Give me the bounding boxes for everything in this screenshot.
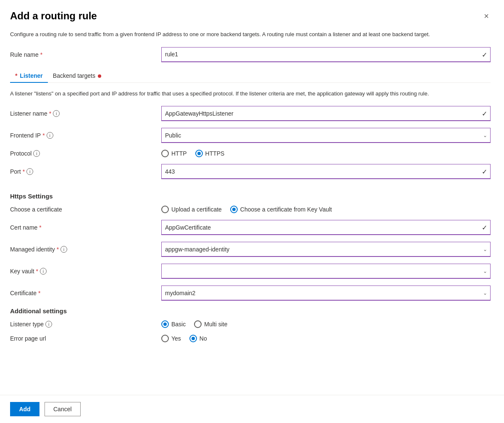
listener-type-label: Listener type i: [10, 321, 161, 328]
error-page-radio-group: Yes No: [161, 335, 491, 342]
listener-name-input-col: ✓: [161, 106, 491, 121]
frontend-ip-wrapper: Public Private ⌄: [161, 128, 491, 143]
cert-name-label: Cert name *: [10, 224, 161, 231]
managed-identity-info-icon[interactable]: i: [60, 246, 67, 253]
cert-keyvault-radio[interactable]: [230, 206, 238, 213]
rule-name-required: *: [40, 51, 42, 58]
tabs-row: * Listener Backend targets: [10, 69, 491, 83]
listener-description: A listener "listens" on a specified port…: [10, 90, 472, 98]
backend-tab-dot: [98, 74, 101, 78]
rule-name-check-icon: ✓: [482, 50, 487, 58]
additional-settings-heading: Additional settings: [10, 307, 491, 315]
certificate-label: Certificate *: [10, 290, 161, 296]
listener-type-basic-option[interactable]: Basic: [161, 320, 186, 328]
frontend-ip-select[interactable]: Public Private: [161, 128, 491, 143]
listener-type-multisite-option[interactable]: Multi site: [194, 320, 227, 328]
listener-type-basic-radio[interactable]: [161, 320, 169, 328]
port-check-icon: ✓: [482, 168, 487, 176]
rule-name-input-col: ✓: [161, 47, 491, 62]
cert-name-required: *: [39, 224, 41, 231]
tab-listener[interactable]: * Listener: [10, 69, 48, 82]
choose-cert-label: Choose a certificate: [10, 206, 161, 213]
error-page-url-row: Error page url Yes No: [10, 335, 491, 342]
frontend-ip-required: *: [42, 132, 45, 139]
managed-identity-select[interactable]: appgw-managed-identity: [161, 242, 491, 257]
rule-name-label: Rule name *: [10, 51, 161, 58]
cert-name-input-col: ✓: [161, 220, 491, 235]
key-vault-label: Key vault * i: [10, 268, 161, 275]
cert-name-check-icon: ✓: [482, 224, 487, 232]
certificate-select[interactable]: mydomain2: [161, 286, 491, 301]
close-button[interactable]: ×: [482, 10, 491, 22]
footer-spacer: [10, 349, 491, 383]
protocol-row: Protocol i HTTP HTTPS: [10, 150, 491, 157]
frontend-ip-info-icon[interactable]: i: [47, 132, 53, 139]
protocol-http-option[interactable]: HTTP: [161, 150, 187, 157]
protocol-label: Protocol i: [10, 150, 161, 157]
add-routing-rule-dialog: Add a routing rule × Configure a routing…: [0, 0, 504, 423]
listener-type-radio-group: Basic Multi site: [161, 320, 491, 328]
protocol-https-option[interactable]: HTTPS: [195, 150, 225, 157]
port-input[interactable]: [161, 164, 491, 179]
frontend-ip-input-col: Public Private ⌄: [161, 128, 491, 143]
rule-name-input[interactable]: [161, 47, 491, 62]
protocol-radio-group: HTTP HTTPS: [161, 150, 491, 157]
listener-type-row: Listener type i Basic Multi site: [10, 320, 491, 328]
frontend-ip-row: Frontend IP * i Public Private ⌄: [10, 128, 491, 143]
port-required: *: [23, 168, 25, 175]
certificate-row: Certificate * mydomain2 ⌄: [10, 286, 491, 301]
tab-backend-targets[interactable]: Backend targets: [48, 69, 106, 82]
key-vault-required: *: [36, 268, 38, 275]
key-vault-info-icon[interactable]: i: [40, 268, 47, 275]
cert-name-wrapper: ✓: [161, 220, 491, 235]
listener-name-wrapper: ✓: [161, 106, 491, 121]
choose-cert-row: Choose a certificate Upload a certificat…: [10, 206, 491, 213]
port-wrapper: ✓: [161, 164, 491, 179]
port-row: Port * i ✓: [10, 164, 491, 179]
rule-name-wrapper: ✓: [161, 47, 491, 62]
choose-cert-options: Upload a certificate Choose a certificat…: [161, 206, 491, 213]
frontend-ip-label: Frontend IP * i: [10, 132, 161, 139]
error-page-url-options: Yes No: [161, 335, 491, 342]
cancel-button[interactable]: Cancel: [45, 402, 81, 416]
cert-keyvault-option[interactable]: Choose a certificate from Key Vault: [230, 206, 332, 213]
key-vault-row: Key vault * i ⌄: [10, 264, 491, 279]
error-page-yes-radio[interactable]: [161, 335, 169, 342]
dialog-title: Add a routing rule: [10, 10, 97, 22]
cert-name-input[interactable]: [161, 220, 491, 235]
listener-type-info-icon[interactable]: i: [45, 321, 52, 328]
error-page-no-option[interactable]: No: [189, 335, 207, 342]
managed-identity-wrapper: appgw-managed-identity ⌄: [161, 242, 491, 257]
key-vault-wrapper: ⌄: [161, 264, 491, 279]
port-input-col: ✓: [161, 164, 491, 179]
https-settings-section: Https Settings: [10, 193, 491, 200]
key-vault-input-col: ⌄: [161, 264, 491, 279]
dialog-header: Add a routing rule ×: [10, 10, 491, 22]
listener-name-input[interactable]: [161, 106, 491, 121]
rule-name-row: Rule name * ✓: [10, 47, 491, 62]
error-page-no-radio[interactable]: [189, 335, 197, 342]
key-vault-select[interactable]: [161, 264, 491, 279]
add-button[interactable]: Add: [10, 402, 39, 416]
managed-identity-required: *: [57, 246, 59, 253]
listener-name-info-icon[interactable]: i: [53, 110, 60, 117]
port-info-icon[interactable]: i: [26, 168, 33, 175]
cert-name-row: Cert name * ✓: [10, 220, 491, 235]
managed-identity-label: Managed identity * i: [10, 246, 161, 253]
managed-identity-row: Managed identity * i appgw-managed-ident…: [10, 242, 491, 257]
error-page-yes-option[interactable]: Yes: [161, 335, 181, 342]
listener-type-multisite-radio[interactable]: [194, 320, 202, 328]
protocol-info-icon[interactable]: i: [33, 150, 40, 157]
protocol-https-radio[interactable]: [195, 150, 203, 157]
dialog-description: Configure a routing rule to send traffic…: [10, 30, 472, 39]
listener-name-required: *: [49, 110, 51, 117]
cert-upload-radio[interactable]: [161, 206, 169, 213]
port-label: Port * i: [10, 168, 161, 175]
cert-upload-option[interactable]: Upload a certificate: [161, 206, 222, 213]
listener-name-label: Listener name * i: [10, 110, 161, 117]
protocol-http-radio[interactable]: [161, 150, 169, 157]
managed-identity-input-col: appgw-managed-identity ⌄: [161, 242, 491, 257]
listener-type-options: Basic Multi site: [161, 320, 491, 328]
protocol-options: HTTP HTTPS: [161, 150, 491, 157]
dialog-footer: Add Cancel: [0, 395, 504, 423]
